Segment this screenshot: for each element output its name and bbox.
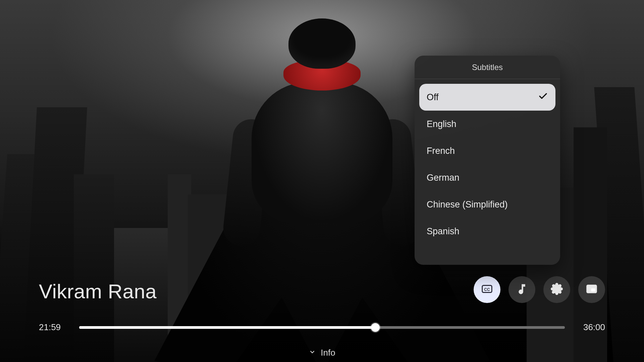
playback-controls: CC: [474, 276, 605, 303]
subtitle-option-label: Off: [427, 92, 439, 103]
svg-text:CC: CC: [484, 287, 490, 292]
captions-button[interactable]: CC: [474, 276, 500, 303]
subtitles-popover-header: Subtitles: [415, 56, 560, 79]
subtitle-option[interactable]: French: [419, 137, 555, 164]
check-icon: [538, 91, 548, 104]
picture-in-picture-button[interactable]: [578, 276, 605, 303]
subtitle-option[interactable]: Chinese (Simplified): [419, 191, 555, 218]
subtitle-option-label: Spanish: [427, 226, 460, 237]
subtitle-option-label: German: [427, 173, 460, 183]
subtitles-popover: Subtitles OffEnglishFrenchGermanChinese …: [415, 56, 560, 265]
pip-icon: [586, 283, 598, 296]
subtitle-option-label: French: [427, 146, 455, 156]
elapsed-time: 21:59: [39, 322, 66, 333]
music-note-icon: [516, 283, 528, 296]
gear-icon: [551, 283, 563, 296]
cc-icon: CC: [481, 283, 493, 296]
info-toggle[interactable]: Info: [0, 348, 644, 358]
seek-bar[interactable]: [79, 326, 565, 329]
subtitle-option[interactable]: English: [419, 111, 555, 137]
audio-track-button[interactable]: [508, 276, 535, 303]
total-time: 36:00: [578, 322, 605, 333]
subtitle-option-label: Chinese (Simplified): [427, 199, 508, 210]
popover-prev-button[interactable]: [423, 63, 431, 71]
video-title: Vikram Rana: [39, 280, 157, 303]
subtitles-popover-title: Subtitles: [472, 63, 503, 72]
progress-row: 21:59 36:00: [39, 322, 605, 333]
chevron-down-icon: [309, 348, 316, 358]
seek-fill: [79, 326, 375, 329]
popover-next-button[interactable]: [543, 63, 551, 71]
subtitle-option[interactable]: Spanish: [419, 218, 555, 245]
subtitles-options-list: OffEnglishFrenchGermanChinese (Simplifie…: [415, 79, 560, 245]
settings-button[interactable]: [543, 276, 570, 303]
seek-thumb[interactable]: [371, 323, 380, 332]
subtitle-option[interactable]: German: [419, 164, 555, 191]
svg-rect-4: [591, 289, 595, 292]
info-label: Info: [321, 348, 335, 358]
subtitle-option[interactable]: Off: [419, 84, 555, 111]
subtitle-option-label: English: [427, 119, 457, 129]
